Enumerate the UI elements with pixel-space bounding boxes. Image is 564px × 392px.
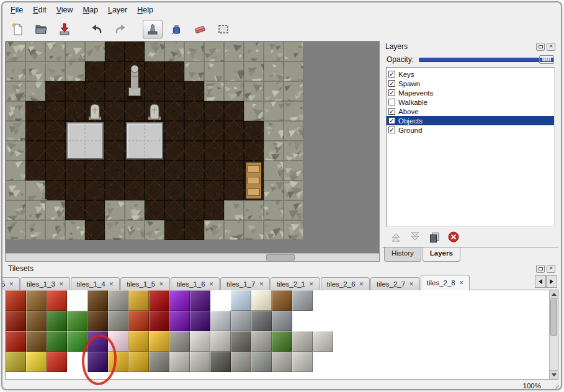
- tileset-tile[interactable]: [251, 352, 272, 372]
- tab-close-icon[interactable]: ✕: [109, 281, 114, 287]
- tileset-tile[interactable]: [210, 311, 231, 331]
- tileset-tile[interactable]: [313, 352, 333, 372]
- tileset-tile[interactable]: [272, 290, 292, 311]
- redo-button[interactable]: [110, 20, 130, 38]
- tileset-tile[interactable]: [108, 352, 128, 372]
- tileset-tab-tiles_1_7[interactable]: tiles_1_7✕: [220, 277, 270, 290]
- tileset-tile[interactable]: [26, 290, 47, 311]
- tileset-tile[interactable]: [292, 290, 313, 311]
- tab-close-icon[interactable]: ✕: [59, 281, 64, 287]
- tab-close-icon[interactable]: ✕: [9, 281, 14, 287]
- tileset-tile[interactable]: [128, 352, 149, 372]
- tileset-tab-5[interactable]: 5✕: [1, 277, 20, 290]
- tileset-tile[interactable]: [87, 290, 108, 311]
- tileset-tile[interactable]: [169, 352, 190, 372]
- tileset-tile[interactable]: [87, 331, 108, 352]
- tileset-tile[interactable]: [26, 352, 47, 372]
- fill-tool-button[interactable]: [166, 20, 186, 38]
- layer-visibility-checkbox[interactable]: ✓: [388, 71, 395, 78]
- save-map-button[interactable]: [55, 20, 74, 38]
- float-panel-icon[interactable]: [536, 43, 545, 51]
- open-map-button[interactable]: [31, 20, 51, 38]
- tab-close-icon[interactable]: ✕: [409, 281, 414, 287]
- tileset-tile[interactable]: [272, 352, 292, 372]
- lower-layer-button[interactable]: [409, 231, 421, 243]
- tab-scroll-right-icon[interactable]: [546, 275, 557, 288]
- tileset-tile[interactable]: [6, 331, 26, 352]
- layer-visibility-checkbox[interactable]: ✓: [388, 117, 395, 124]
- stamp-tool-button[interactable]: [143, 20, 163, 38]
- layer-row-keys[interactable]: ✓Keys: [387, 69, 554, 79]
- select-tool-button[interactable]: [213, 20, 233, 38]
- tileset-content[interactable]: [5, 290, 558, 380]
- opacity-slider-handle[interactable]: [539, 55, 554, 64]
- tab-close-icon[interactable]: ✕: [359, 281, 364, 287]
- tileset-tile[interactable]: [67, 352, 87, 372]
- menu-item-file[interactable]: File: [6, 4, 28, 16]
- float-panel-icon[interactable]: [536, 265, 545, 273]
- undo-button[interactable]: [87, 20, 107, 38]
- menu-item-layer[interactable]: Layer: [103, 4, 132, 16]
- tileset-tile[interactable]: [87, 311, 108, 331]
- tileset-tile[interactable]: [67, 311, 87, 331]
- tileset-tile[interactable]: [149, 352, 169, 372]
- tileset-tile[interactable]: [169, 331, 190, 352]
- map-hscrollbar[interactable]: [6, 253, 379, 261]
- tileset-tile[interactable]: [169, 290, 190, 311]
- resize-grip[interactable]: [551, 382, 559, 390]
- layer-row-spawn[interactable]: ✓Spawn: [387, 79, 554, 88]
- tileset-tab-tiles_2_7[interactable]: tiles_2_7✕: [370, 277, 420, 290]
- tileset-tile[interactable]: [190, 331, 210, 352]
- tab-scroll-left-icon[interactable]: [535, 275, 546, 288]
- tileset-tab-tiles_2_8[interactable]: tiles_2_8✕: [421, 275, 470, 290]
- tileset-tile[interactable]: [231, 290, 251, 311]
- layer-row-ground[interactable]: ✓Ground: [387, 125, 554, 135]
- tileset-tab-tiles_2_1[interactable]: tiles_2_1✕: [271, 277, 320, 290]
- layer-row-mapevents[interactable]: ✓Mapevents: [387, 88, 554, 97]
- tileset-tile[interactable]: [292, 331, 313, 352]
- opacity-slider-track[interactable]: [419, 58, 554, 62]
- layer-row-walkable[interactable]: Walkable: [387, 97, 554, 107]
- close-panel-icon[interactable]: ✕: [547, 265, 555, 273]
- panel-tab-history[interactable]: History: [384, 247, 421, 262]
- tileset-tab-tiles_1_3[interactable]: tiles_1_3✕: [20, 277, 70, 290]
- tileset-tile[interactable]: [313, 311, 333, 331]
- tileset-tile[interactable]: [169, 311, 190, 331]
- tileset-tile[interactable]: [190, 352, 210, 372]
- tileset-tile[interactable]: [231, 331, 251, 352]
- tileset-tile[interactable]: [190, 290, 210, 311]
- tab-close-icon[interactable]: ✕: [459, 280, 464, 286]
- tileset-tile[interactable]: [149, 331, 169, 352]
- eraser-tool-button[interactable]: [190, 20, 210, 38]
- duplicate-layer-button[interactable]: [428, 231, 441, 243]
- tileset-tile[interactable]: [108, 311, 128, 331]
- map-canvas[interactable]: [6, 42, 303, 240]
- tileset-tile[interactable]: [108, 331, 128, 352]
- tileset-tile[interactable]: [210, 331, 231, 352]
- menu-item-map[interactable]: Map: [78, 4, 103, 16]
- tileset-vscrollbar[interactable]: [549, 290, 558, 379]
- tileset-tile[interactable]: [47, 331, 67, 352]
- delete-layer-button[interactable]: [447, 231, 460, 243]
- new-map-button[interactable]: [7, 20, 27, 38]
- tileset-tile[interactable]: [26, 311, 47, 331]
- menu-item-help[interactable]: Help: [132, 4, 158, 16]
- layer-visibility-checkbox[interactable]: ✓: [388, 127, 395, 133]
- tileset-tile[interactable]: [47, 352, 67, 372]
- panel-tab-layers[interactable]: Layers: [423, 247, 460, 262]
- tileset-tab-tiles_1_6[interactable]: tiles_1_6✕: [171, 277, 220, 290]
- tileset-tile[interactable]: [313, 290, 333, 311]
- layer-row-above[interactable]: ✓Above: [387, 107, 554, 116]
- layer-visibility-checkbox[interactable]: [388, 99, 395, 105]
- tileset-vscrollbar-thumb[interactable]: [550, 300, 557, 336]
- tab-close-icon[interactable]: ✕: [209, 281, 214, 287]
- tileset-tile[interactable]: [313, 331, 333, 352]
- tileset-tile[interactable]: [272, 311, 292, 331]
- tileset-tile[interactable]: [108, 290, 128, 311]
- map-hscrollbar-thumb[interactable]: [266, 254, 295, 261]
- tileset-tab-tiles_1_5[interactable]: tiles_1_5✕: [120, 277, 170, 290]
- tileset-tab-tiles_2_6[interactable]: tiles_2_6✕: [321, 277, 370, 290]
- tileset-tile[interactable]: [149, 290, 169, 311]
- tileset-tile[interactable]: [251, 331, 272, 352]
- tileset-tile[interactable]: [6, 290, 26, 311]
